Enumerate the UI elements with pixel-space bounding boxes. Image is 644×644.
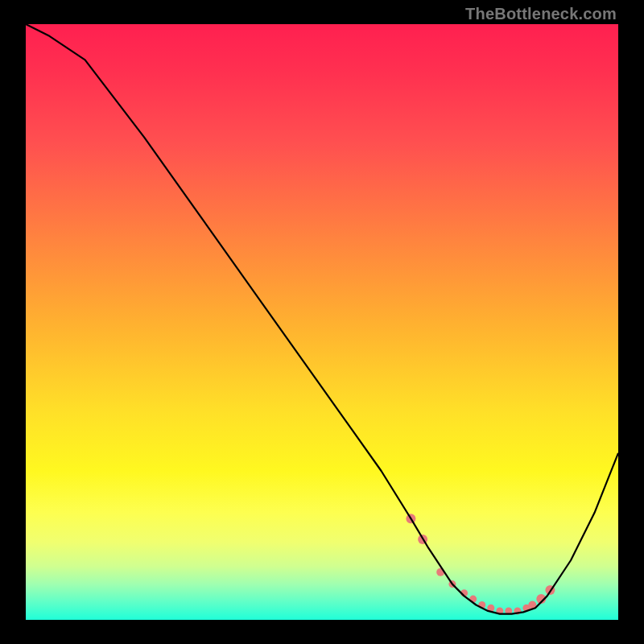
watermark-text: TheBottleneck.com <box>465 5 617 23</box>
bottleneck-curve <box>26 24 618 614</box>
marker-dots <box>406 514 555 614</box>
chart-frame <box>26 24 618 620</box>
chart-svg <box>26 24 618 620</box>
